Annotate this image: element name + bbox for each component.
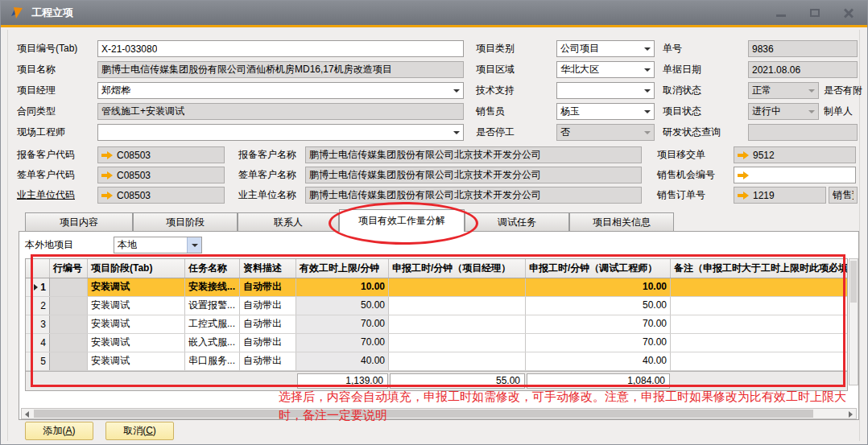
- link-arrow-icon[interactable]: [738, 171, 749, 179]
- cell-stage[interactable]: 安装调试: [88, 352, 185, 370]
- tab-contacts[interactable]: 联系人: [238, 212, 339, 231]
- dropdown-arrow-icon[interactable]: [640, 62, 654, 77]
- work-stopped-combo: 否: [556, 124, 655, 141]
- maximize-button[interactable]: [809, 7, 820, 19]
- cell-limit[interactable]: 50.00: [296, 297, 389, 315]
- cell-engineer-hours[interactable]: 10.00: [526, 278, 671, 296]
- link-arrow-icon[interactable]: [738, 151, 749, 159]
- cell-note[interactable]: [671, 334, 847, 352]
- cell-desc[interactable]: 自动带出: [240, 334, 296, 352]
- cancel-button[interactable]: 取消(C): [105, 422, 174, 440]
- maximize-icon: [810, 9, 820, 17]
- dropdown-arrow-icon[interactable]: [449, 83, 463, 98]
- grid-row[interactable]: 1 安装调试 安装接线... 自动带出 10.00 10.00: [26, 278, 847, 297]
- cell-note[interactable]: [671, 297, 847, 315]
- cell-task[interactable]: 工控式服...: [185, 315, 240, 333]
- owner-unit-code-field[interactable]: C08503: [97, 187, 225, 204]
- grid-footer: 1,139.00 55.00 1,084.00: [26, 371, 847, 390]
- add-button[interactable]: 添加(A): [25, 422, 93, 440]
- dropdown-arrow-icon[interactable]: [449, 125, 463, 140]
- row-indicator-cell[interactable]: 1: [26, 278, 50, 296]
- grid-row[interactable]: 4 安装调试 嵌入式服... 自动带出 70.00 70.00: [26, 334, 847, 352]
- sales-opportunity-label: 销售机会编号: [657, 164, 715, 185]
- tech-support-combo[interactable]: [556, 82, 655, 99]
- dropdown-arrow-icon[interactable]: [640, 41, 654, 56]
- report-customer-code-field[interactable]: C08503: [97, 146, 225, 163]
- local-project-combo[interactable]: 本地: [114, 237, 202, 253]
- cancel-status-label: 取消状态: [663, 80, 701, 101]
- dropdown-arrow-icon[interactable]: [640, 83, 654, 98]
- cell-engineer-hours[interactable]: 70.00: [526, 315, 671, 333]
- cell-pm-hours[interactable]: [389, 315, 526, 333]
- cell-line-no: [50, 297, 88, 315]
- project-no-field[interactable]: X-21-033080: [97, 40, 464, 57]
- sales-opportunity-field[interactable]: [734, 167, 856, 183]
- grid-row[interactable]: 5 安装调试 串口服务... 自动带出 40.00 40.00: [26, 352, 847, 371]
- doc-creator-label: 制单人: [824, 101, 853, 122]
- cell-pm-hours[interactable]: [389, 297, 526, 315]
- cell-desc[interactable]: 自动带出: [240, 278, 296, 296]
- row-indicator-cell[interactable]: 4: [26, 334, 50, 352]
- cell-desc[interactable]: 自动带出: [240, 297, 296, 315]
- cell-task[interactable]: 安装接线...: [185, 278, 240, 296]
- close-button[interactable]: [843, 7, 854, 19]
- cell-limit[interactable]: 40.00: [296, 352, 389, 370]
- link-arrow-icon[interactable]: [101, 192, 113, 200]
- transfer-doc-field[interactable]: 9512: [734, 146, 856, 163]
- cell-desc[interactable]: 自动带出: [240, 352, 296, 370]
- cell-task[interactable]: 串口服务...: [185, 352, 240, 370]
- grid-horizontal-scrollbar[interactable]: [21, 408, 857, 419]
- dropdown-arrow-icon: [804, 83, 818, 98]
- owner-unit-code-label[interactable]: 业主单位代码: [17, 184, 75, 205]
- sales-order-field[interactable]: 1219: [734, 187, 826, 204]
- tab-project-info[interactable]: 项目相关信息: [569, 212, 674, 231]
- tab-project-stage[interactable]: 项目阶段: [133, 212, 238, 231]
- cell-engineer-hours[interactable]: 40.00: [526, 352, 671, 370]
- row-indicator-cell[interactable]: 5: [26, 352, 50, 370]
- cell-task[interactable]: 设置报警...: [185, 297, 240, 315]
- link-arrow-icon[interactable]: [101, 151, 113, 159]
- cell-pm-hours[interactable]: [389, 334, 526, 352]
- cell-note[interactable]: [671, 278, 847, 296]
- minimize-button[interactable]: [775, 7, 787, 19]
- project-category-combo[interactable]: 公司项目: [556, 40, 655, 57]
- scrollbar-thumb[interactable]: [850, 261, 857, 303]
- scroll-right-icon[interactable]: [849, 411, 853, 418]
- tab-debug-tasks[interactable]: 调试任务: [465, 212, 569, 231]
- dropdown-arrow-icon[interactable]: [187, 237, 201, 253]
- sign-customer-code-field[interactable]: C08503: [97, 167, 225, 183]
- row-indicator-cell[interactable]: 2: [26, 297, 50, 315]
- cell-stage[interactable]: 安装调试: [88, 278, 185, 296]
- cell-task[interactable]: 嵌入式服...: [185, 334, 240, 352]
- cell-engineer-hours[interactable]: 50.00: [526, 297, 671, 315]
- salesperson-combo[interactable]: 杨玉: [556, 103, 655, 120]
- link-arrow-icon[interactable]: [738, 192, 749, 200]
- dropdown-arrow-icon[interactable]: [640, 104, 654, 119]
- cell-stage[interactable]: 安装调试: [88, 315, 185, 333]
- cell-pm-hours[interactable]: [389, 352, 526, 370]
- grid-row[interactable]: 2 安装调试 设置报警... 自动带出 50.00 50.00: [26, 297, 847, 315]
- doc-date-label: 单据日期: [663, 59, 701, 80]
- cell-limit[interactable]: 70.00: [296, 334, 389, 352]
- scrollbar-thumb[interactable]: [34, 410, 813, 418]
- cell-limit[interactable]: 70.00: [296, 315, 389, 333]
- cell-desc[interactable]: 自动带出: [240, 315, 296, 333]
- cell-engineer-hours[interactable]: 70.00: [526, 334, 671, 352]
- scroll-left-icon[interactable]: [25, 411, 29, 418]
- tab-workload-breakdown[interactable]: 项目有效工作量分解: [339, 209, 465, 232]
- grid-row[interactable]: 3 安装调试 工控式服... 自动带出 70.00 70.00: [26, 315, 847, 334]
- cell-pm-hours[interactable]: [389, 278, 526, 296]
- cell-limit[interactable]: 10.00: [296, 278, 389, 296]
- grid-vertical-scrollbar[interactable]: [849, 258, 858, 385]
- tab-project-content[interactable]: 项目内容: [25, 212, 133, 231]
- project-region-combo[interactable]: 华北大区: [556, 61, 655, 78]
- project-manager-combo[interactable]: 郑熠桦: [97, 82, 464, 99]
- cell-note[interactable]: [671, 315, 847, 333]
- site-engineer-combo[interactable]: [97, 124, 464, 141]
- link-arrow-icon[interactable]: [101, 171, 113, 179]
- cell-stage[interactable]: 安装调试: [88, 334, 185, 352]
- row-indicator-cell[interactable]: 3: [26, 315, 50, 333]
- project-status-combo: 进行中: [748, 103, 819, 120]
- cell-stage[interactable]: 安装调试: [88, 297, 185, 315]
- cell-note[interactable]: [671, 352, 847, 370]
